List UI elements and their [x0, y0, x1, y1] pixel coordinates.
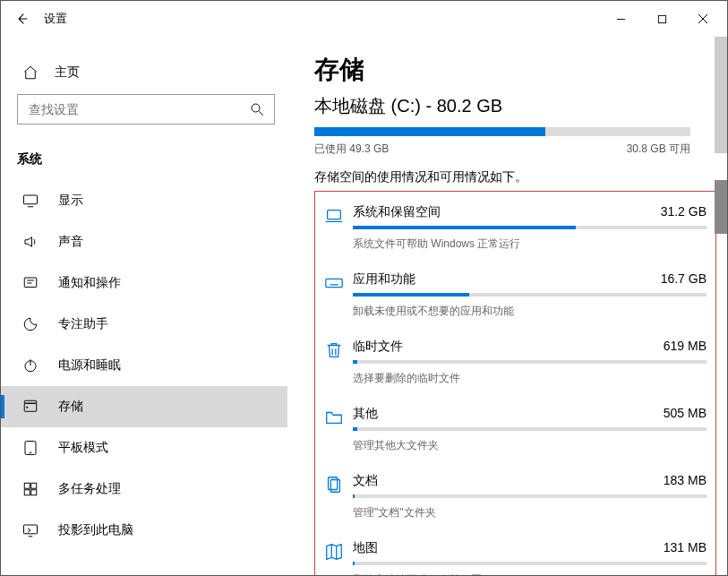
cat-name: 文档: [353, 473, 378, 489]
cat-desc: 删除离线地图或更改其位置: [353, 572, 707, 575]
multitask-icon: [22, 481, 39, 497]
project-icon: [22, 522, 39, 538]
sidebar: 主页 系统 显示 声音: [1, 37, 287, 575]
window-title: 设置: [44, 11, 67, 27]
nav-storage[interactable]: 存储: [1, 386, 287, 427]
search-icon: [249, 101, 265, 117]
cat-size: 31.2 GB: [661, 204, 707, 220]
trash-icon: [324, 340, 347, 363]
category-maps[interactable]: 地图131 MB 删除离线地图或更改其位置: [324, 533, 707, 575]
svg-rect-30: [329, 477, 338, 490]
used-label: 已使用 49.3 GB: [314, 142, 389, 157]
cat-name: 其他: [353, 406, 378, 422]
cat-size: 619 MB: [664, 339, 707, 355]
usage-intro: 存储空间的使用情况和可用情况如下。: [314, 169, 716, 185]
cat-desc: 管理其他大文件夹: [353, 438, 707, 453]
cat-desc: 管理"文档"文件夹: [353, 505, 707, 520]
svg-rect-31: [330, 480, 339, 493]
disk-usage-fill: [314, 127, 545, 136]
nav-list: 显示 声音 通知和操作 专注助手 电源和睡眠: [1, 180, 287, 551]
svg-point-4: [252, 104, 260, 112]
cat-bar: [353, 293, 707, 297]
nav-power[interactable]: 电源和睡眠: [1, 345, 287, 386]
nav-label: 声音: [58, 234, 83, 250]
cat-bar: [353, 360, 707, 364]
sound-icon: [22, 234, 39, 250]
nav-label: 电源和睡眠: [58, 357, 121, 374]
laptop-icon: [324, 206, 347, 228]
titlebar: 设置: [1, 1, 727, 37]
cat-desc: 卸载未使用或不想要的应用和功能: [353, 304, 707, 319]
cat-name: 系统和保留空间: [353, 204, 441, 220]
notifications-icon: [22, 275, 39, 291]
cat-size: 183 MB: [664, 473, 707, 489]
nav-tablet[interactable]: 平板模式: [1, 427, 287, 469]
documents-icon: [324, 475, 347, 497]
category-system[interactable]: 系统和保留空间31.2 GB 系统文件可帮助 Windows 正常运行: [324, 197, 707, 264]
svg-rect-17: [31, 483, 37, 488]
svg-rect-23: [326, 279, 342, 287]
nav-notifications[interactable]: 通知和操作: [1, 262, 287, 304]
search-input[interactable]: [27, 101, 233, 117]
nav-label: 投影到此电脑: [58, 522, 133, 538]
home-icon: [22, 64, 39, 81]
close-button[interactable]: [682, 1, 724, 37]
category-list: 系统和保留空间31.2 GB 系统文件可帮助 Windows 正常运行 应用和功…: [314, 191, 716, 575]
disk-usage-bar: [314, 127, 690, 136]
cat-bar: [353, 226, 707, 229]
home-nav[interactable]: 主页: [1, 55, 287, 90]
category-temp[interactable]: 临时文件619 MB 选择要删除的临时文件: [324, 331, 707, 399]
cat-size: 131 MB: [664, 540, 707, 556]
cat-name: 应用和功能: [353, 271, 415, 288]
svg-point-13: [27, 407, 29, 408]
disk-title: 本地磁盘 (C:) - 80.2 GB: [314, 94, 716, 118]
svg-rect-8: [24, 278, 37, 288]
nav-label: 显示: [58, 193, 83, 209]
scrollbar-track[interactable]: [715, 37, 727, 153]
cat-size: 16.7 GB: [661, 271, 707, 288]
category-documents[interactable]: 文档183 MB 管理"文档"文件夹: [324, 466, 707, 533]
nav-label: 通知和操作: [58, 275, 121, 291]
svg-rect-1: [658, 15, 665, 22]
svg-rect-21: [328, 211, 341, 219]
nav-label: 专注助手: [58, 316, 108, 332]
storage-icon: [22, 399, 39, 415]
cat-bar: [353, 427, 707, 431]
cat-bar: [353, 562, 707, 565]
nav-multitask[interactable]: 多任务处理: [1, 469, 287, 510]
svg-rect-12: [24, 400, 37, 403]
home-label: 主页: [55, 64, 80, 81]
cat-name: 地图: [353, 540, 378, 556]
back-button[interactable]: [4, 1, 40, 37]
power-icon: [22, 357, 39, 374]
svg-rect-6: [24, 195, 38, 204]
nav-label: 多任务处理: [58, 481, 121, 497]
svg-rect-20: [24, 525, 38, 534]
minimize-button[interactable]: [600, 1, 641, 37]
nav-display[interactable]: 显示: [1, 180, 287, 221]
svg-rect-16: [24, 483, 30, 488]
cat-size: 505 MB: [664, 406, 707, 422]
svg-rect-18: [24, 490, 30, 495]
maximize-button[interactable]: [641, 1, 682, 37]
nav-group-title: 系统: [1, 135, 287, 180]
cat-desc: 系统文件可帮助 Windows 正常运行: [353, 236, 707, 252]
folder-icon: [324, 408, 347, 430]
page-title: 存储: [314, 53, 716, 87]
cat-desc: 选择要删除的临时文件: [353, 371, 707, 386]
scrollbar-thumb[interactable]: [715, 180, 727, 234]
svg-line-5: [259, 111, 263, 116]
map-icon: [324, 542, 347, 564]
nav-projecting[interactable]: 投影到此电脑: [1, 510, 287, 551]
nav-focus-assist[interactable]: 专注助手: [1, 304, 287, 345]
category-apps[interactable]: 应用和功能16.7 GB 卸载未使用或不想要的应用和功能: [324, 264, 707, 331]
cat-name: 临时文件: [353, 339, 403, 355]
nav-label: 存储: [58, 399, 83, 415]
search-box[interactable]: [17, 94, 275, 125]
display-icon: [22, 193, 39, 209]
focus-icon: [22, 316, 39, 332]
category-other[interactable]: 其他505 MB 管理其他大文件夹: [324, 399, 707, 466]
svg-rect-19: [31, 490, 37, 495]
free-label: 30.8 GB 可用: [627, 142, 690, 157]
nav-sound[interactable]: 声音: [1, 221, 287, 262]
